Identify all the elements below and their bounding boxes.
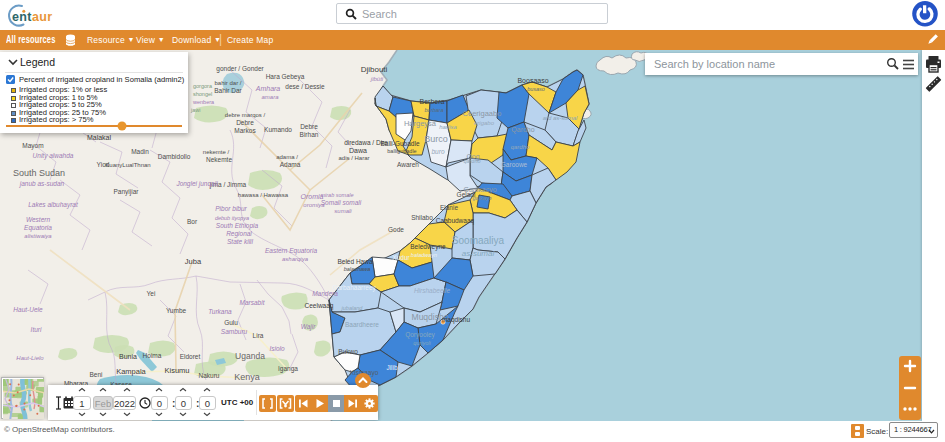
svg-text:nekemte /: nekemte / [203, 149, 230, 155]
svg-text:aur: aur [32, 10, 52, 24]
svg-text:Baardheere: Baardheere [345, 321, 379, 328]
svg-text:bahir dar /: bahir dar / [214, 80, 241, 86]
svg-text:Garbahaarreey: Garbahaarreey [332, 284, 376, 292]
svg-text:Beled Hawa: Beled Hawa [337, 258, 372, 265]
svg-text:Ceelwaaq: Ceelwaaq [305, 302, 334, 310]
svg-text:Djibouti: Djibouti [361, 65, 388, 74]
svg-text:asharqiya: asharqiya [282, 256, 309, 262]
svg-text:Gode: Gode [388, 226, 404, 233]
svg-text:Shilabo: Shilabo [411, 214, 433, 221]
svg-text:Kisumu: Kisumu [164, 366, 189, 375]
svg-text:debub ityopya: debub ityopya [215, 215, 249, 221]
svg-text:Nakuru: Nakuru [199, 372, 220, 379]
svg-text:erigabo: erigabo [474, 120, 495, 126]
svg-text:Pibor bibur: Pibor bibur [215, 205, 247, 212]
svg-text:Bahir Dar: Bahir Dar [214, 87, 242, 94]
svg-text:maqdishu: maqdishu [442, 316, 471, 324]
svg-text:galkayo: galkayo [473, 195, 492, 201]
svg-text:barbara: barbara [425, 107, 444, 113]
svg-text:Amhara: Amhara [255, 85, 281, 92]
svg-text:ent: ent [12, 10, 32, 24]
svg-text:alistiwaiya: alistiwaiya [24, 233, 52, 239]
svg-text:Oromia: Oromia [301, 193, 324, 200]
svg-text:Awareh: Awareh [397, 161, 419, 168]
svg-text:balligubadle: balligubadle [387, 148, 416, 154]
svg-text:Gulu: Gulu [224, 319, 238, 326]
svg-text:Isiolo: Isiolo [269, 345, 285, 352]
svg-text:Kumando: Kumando [264, 126, 292, 133]
svg-text:South Sudan: South Sudan [13, 168, 65, 178]
svg-text:adama /: adama / [276, 154, 298, 160]
svg-text:qardho: qardho [511, 144, 530, 150]
svg-text:Somali somali: Somali somali [321, 199, 362, 206]
svg-text:Hoima: Hoima [143, 352, 162, 359]
svg-text:Bor: Bor [187, 218, 198, 225]
svg-text:mirab somale: mirab somale [320, 192, 353, 198]
svg-text:Kenya: Kenya [234, 372, 260, 382]
svg-text:Ituri: Ituri [31, 326, 42, 333]
svg-text:Mandera: Mandera [312, 290, 338, 297]
svg-text:Xudur: Xudur [392, 254, 410, 261]
svg-text:hawasa / Hawassa: hawasa / Hawassa [238, 192, 289, 198]
svg-text:Mayom: Mayom [22, 142, 43, 150]
svg-text:Hirshabeelle: Hirshabeelle [414, 287, 451, 294]
svg-text:Bunia: Bunia [119, 353, 137, 360]
svg-text:Yei: Yei [147, 290, 156, 297]
svg-text:Berbera: Berbera [420, 98, 445, 105]
svg-text:Bukwo: Bukwo [338, 348, 358, 355]
svg-text:Markos: Markos [234, 127, 256, 134]
svg-text:Garoowe: Garoowe [501, 161, 528, 168]
svg-text:jībūtī: jībūtī [370, 76, 384, 82]
svg-text:Yumbe: Yumbe [166, 307, 187, 314]
svg-text:Boosaaso: Boosaaso [517, 77, 548, 84]
svg-text:Ceerigaabo: Ceerigaabo [463, 109, 502, 118]
svg-text:South Ethiopia: South Ethiopia [216, 222, 259, 230]
svg-text:Yiod: Yiod [97, 161, 110, 168]
svg-text:Qardho: Qardho [511, 126, 534, 134]
svg-text:Eastern Equatoria: Eastern Equatoria [265, 247, 317, 255]
svg-text:as-sumal: as-sumal [462, 249, 495, 258]
svg-text:Hara Gebeya: Hara Gebeya [266, 73, 305, 81]
svg-text:Madin: Madin [131, 148, 149, 155]
svg-text:Regional: Regional [226, 230, 252, 238]
svg-text:Lira: Lira [253, 332, 264, 339]
svg-text:dese / Dessie: dese / Dessie [285, 83, 325, 90]
svg-text:jubaland: jubaland [341, 305, 364, 311]
svg-text:jawi: jawi [190, 107, 200, 113]
svg-text:quriyoli: quriyoli [413, 340, 431, 346]
svg-text:Hargeysa: Hargeysa [404, 119, 437, 128]
svg-text:gorgora: gorgora [193, 83, 213, 89]
svg-text:Adama: Adama [280, 161, 301, 168]
svg-text:wenbera: wenbera [192, 99, 215, 105]
svg-text:harjisa: harjisa [439, 124, 457, 130]
svg-text:Gaalkacyo: Gaalkacyo [463, 186, 496, 194]
svg-text:Caabudwaaq: Caabudwaaq [436, 217, 475, 225]
svg-text:Qoryooley: Qoryooley [405, 331, 435, 339]
svg-text:Wajir: Wajir [301, 323, 317, 331]
svg-text:Jonglei junqali: Jonglei junqali [175, 180, 218, 188]
svg-text:busaso: busaso [527, 86, 545, 92]
svg-text:amara: amara [261, 94, 279, 100]
svg-text:Malakal: Malakal [87, 134, 112, 141]
svg-text:janub as-sudan: janub as-sudan [19, 180, 65, 188]
svg-text:Nekemte: Nekemte [206, 156, 232, 163]
svg-text:Western: Western [26, 216, 50, 223]
svg-text:oromiya: oromiya [303, 202, 325, 208]
svg-text:Equatoria: Equatoria [24, 224, 52, 232]
svg-text:Juba: Juba [185, 257, 202, 266]
svg-text:Birhan: Birhan [300, 131, 319, 138]
svg-text:Eldoret: Eldoret [180, 353, 201, 360]
svg-text:Lakes albuhayrat: Lakes albuhayrat [28, 201, 79, 209]
svg-text:Elanie: Elanie [440, 204, 458, 211]
svg-text:State kilil: State kilil [227, 238, 254, 245]
svg-text:Dawa: Dawa [349, 147, 367, 154]
svg-text:Samburu: Samburu [221, 328, 248, 335]
svg-text:Marsabit: Marsabit [240, 299, 266, 306]
svg-text:baladhawa: baladhawa [344, 266, 371, 272]
svg-text:qardho: qardho [463, 158, 480, 164]
svg-text:Dambidollo: Dambidollo [158, 153, 191, 160]
svg-text:Soomaaliya: Soomaaliya [452, 235, 505, 246]
svg-text:Debre: Debre [236, 119, 254, 126]
svg-text:Haut-Lielo: Haut-Lielo [16, 355, 44, 361]
svg-text:sumali: sumali [334, 208, 352, 214]
